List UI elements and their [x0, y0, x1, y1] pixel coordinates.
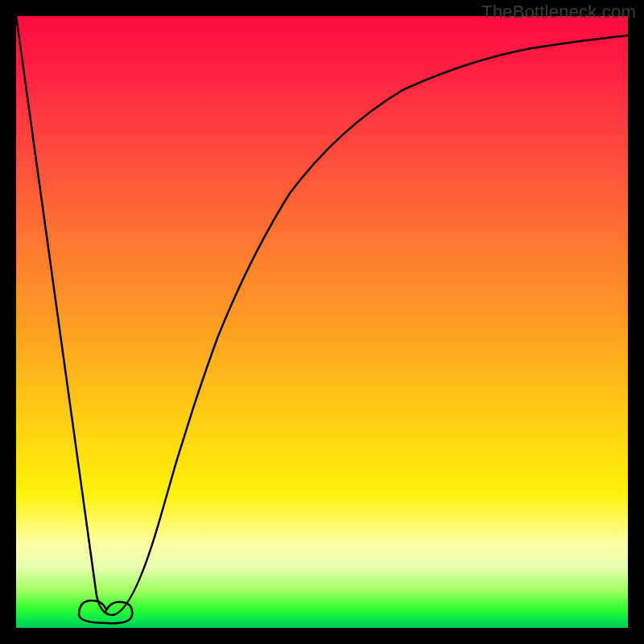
- watermark-text: TheBottleneck.com: [481, 2, 636, 23]
- gradient-plot-area: [16, 16, 628, 628]
- curve-layer: [16, 16, 628, 628]
- bottleneck-curve: [16, 16, 628, 615]
